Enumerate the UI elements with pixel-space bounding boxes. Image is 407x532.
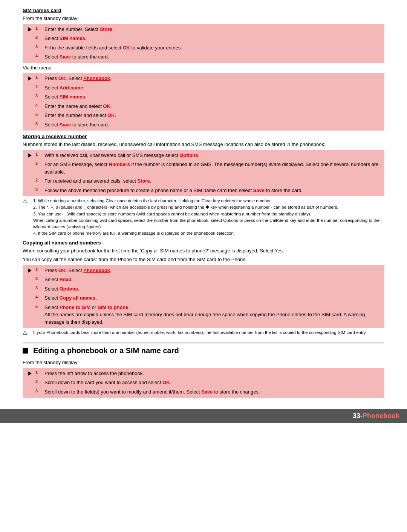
- phonebook-label-1: Phonebook: [83, 75, 110, 81]
- step-num-3a: 3: [35, 45, 42, 51]
- storing-row1: 1 With a received call, unanswered call …: [26, 151, 381, 160]
- ok-label-1: OK: [122, 45, 130, 51]
- ok-label-5: OK: [58, 268, 66, 273]
- phonebook-label-2: Phonebook: [83, 268, 110, 273]
- storing-row2: 2 For an SMS message, select Numbers if …: [26, 160, 381, 176]
- editing-from-standby: From the standby display:: [23, 359, 384, 366]
- copying-step2-text: Select Read.: [44, 276, 379, 283]
- step-num-1a: 1: [35, 26, 42, 32]
- copying-row1: 1 Press OK. Select Phonebook.: [26, 266, 381, 275]
- copying-intro1: When consulting your phonebook for the f…: [23, 247, 384, 255]
- sim-g2-row5: 5 Enter the number and select OK.: [26, 111, 381, 120]
- step-num-4d: 4: [35, 295, 42, 301]
- storing-row2b: 2 For received and unanswered calls, sel…: [26, 177, 381, 186]
- copying-row4: 4 Select Copy all names.: [26, 294, 381, 303]
- copying-step4-text: Select Copy all names.: [44, 294, 379, 302]
- copying-all-title: Copying all names and numbers: [23, 240, 384, 246]
- warning-icon-2: ⚠: [23, 330, 31, 336]
- editing-row1: 1 Press the left arrow to access the pho…: [26, 369, 381, 378]
- save-label-1: Save: [60, 54, 71, 60]
- copying-all-section: Copying all names and numbers When consu…: [23, 240, 384, 336]
- storing-received-section: Storing a received number Numbers stored…: [23, 134, 384, 237]
- storing-row3: 3 Follow the above mentioned procedure t…: [26, 186, 381, 195]
- editing-steps-group: 1 Press the left arrow to access the pho…: [23, 368, 384, 398]
- step-num-4b: 4: [35, 103, 42, 109]
- step-num-6b: 6: [35, 121, 42, 128]
- copying-step1-text: Press OK. Select Phonebook.: [44, 267, 379, 274]
- sim-names-card-title: SIM names card: [23, 8, 384, 13]
- step-num-5b: 5: [35, 112, 42, 118]
- page-number: 33-: [353, 412, 363, 420]
- sim-g1-step2-text: Select SIM names.: [44, 35, 379, 42]
- sim-g1-step4-text: Select Save to store the card.: [44, 53, 379, 61]
- editing-title: Editing a phonebook or a SIM name card: [23, 346, 384, 355]
- sim-g2-step6-text: Select Save to store the card.: [44, 121, 379, 129]
- step-num-1d: 1: [35, 267, 42, 273]
- sim-g1-row3: 3 Fill in the available fields and selec…: [26, 43, 381, 52]
- sim-g2-step1-text: Press OK. Select Phonebook.: [44, 75, 379, 82]
- arrow-4: [28, 267, 35, 274]
- options-label-1: Options: [179, 152, 198, 158]
- copying-row2: 2 Select Read.: [26, 275, 381, 284]
- step-num-2a: 2: [35, 35, 42, 41]
- sim-g1-row1: 1 Enter the number. Select Store.: [26, 25, 381, 34]
- storing-step2b-text: For received and unanswered calls, selec…: [44, 177, 379, 185]
- step-num-2c-alt: 2: [35, 178, 42, 184]
- sim-g1-step3-text: Fill in the available fields and select …: [44, 44, 379, 52]
- storing-note-row: ⚠ 1. While entering a number, selecting …: [23, 198, 384, 237]
- editing-title-text: Editing a phonebook or a SIM name card: [33, 346, 179, 355]
- editing-step3-text: Scroll down to the field(s) you want to …: [44, 388, 379, 396]
- storing-received-title: Storing a received number: [23, 134, 384, 139]
- arrow-5: [28, 370, 35, 377]
- step-num-3b: 3: [35, 94, 42, 100]
- copying-row3: 3 Select Options.: [26, 284, 381, 294]
- sim-g1-step1-text: Enter the number. Select Store.: [44, 26, 379, 33]
- store-label: Store: [100, 26, 112, 32]
- step-num-1c: 1: [35, 152, 42, 158]
- sim-g2-step5-text: Enter the number and select OK.: [44, 112, 379, 119]
- sim-to-phone-label: SIM to phone: [98, 304, 129, 310]
- copying-note-row: ⚠ If your Phonebook cards bear more than…: [23, 329, 384, 336]
- warning-icon-1: ⚠: [23, 198, 31, 204]
- sim-group1: 1 Enter the number. Select Store. 2 Sele…: [23, 24, 384, 63]
- copying-steps-group: 1 Press OK. Select Phonebook. 2 Select R…: [23, 265, 384, 328]
- arrow-3: [28, 152, 35, 159]
- step-num-2d: 2: [35, 276, 42, 282]
- via-menu-label: Via the menu:: [23, 64, 384, 72]
- ok-label-4: OK: [107, 112, 115, 118]
- editing-step2-text: Scroll down to the card you want to acce…: [44, 379, 379, 386]
- footer-section-label: Phonebook: [363, 412, 399, 420]
- save-label-4: Save: [201, 389, 213, 395]
- storing-steps-group: 1 With a received call, unanswered call …: [23, 150, 384, 197]
- copying-step3-text: Select Options.: [44, 285, 379, 293]
- read-label: Read: [60, 277, 72, 282]
- step-num-3d: 3: [35, 286, 42, 292]
- copying-intro2: You can copy all the names cards: from t…: [23, 256, 384, 263]
- step-num-3e: 3: [35, 389, 42, 395]
- numbers-label: Numbers: [109, 161, 130, 167]
- sim-names-label-1: SIM names: [60, 35, 85, 41]
- storing-step1-text: With a received call, unanswered call or…: [44, 152, 379, 159]
- add-name-label: Add name: [60, 85, 83, 91]
- ok-label-6: OK: [162, 380, 170, 385]
- sim-g2-step2-text: Select Add name.: [44, 84, 379, 92]
- options-label-2: Options: [60, 286, 78, 292]
- arrow-2: [28, 75, 35, 82]
- sim-g2-step4-text: Enter the name and select OK.: [44, 103, 379, 110]
- step-num-2c: 2: [35, 161, 42, 167]
- editing-section: Editing a phonebook or a SIM name card F…: [23, 343, 384, 398]
- sim-g1-row4: 4 Select Save to store the card.: [26, 52, 381, 62]
- save-label-3: Save: [253, 188, 265, 193]
- step-num-3c: 3: [35, 187, 42, 193]
- step-num-5d: 5: [35, 304, 42, 310]
- step-num-2b: 2: [35, 85, 42, 91]
- step-num-1b: 1: [35, 75, 42, 81]
- step-num-1e: 1: [35, 370, 42, 376]
- ok-label-3: OK: [103, 103, 110, 109]
- phone-to-sim-label: Phone to SIM: [60, 304, 90, 310]
- copying-step5-text: Select Phone to SIM or SIM to phone. All…: [44, 304, 379, 326]
- sim-g2-row4: 4 Enter the name and select OK.: [26, 102, 381, 111]
- sim-names-label-2: SIM names: [60, 94, 85, 100]
- copying-row5: 5 Select Phone to SIM or SIM to phone. A…: [26, 303, 381, 327]
- footer-bar: 33-Phonebook: [0, 409, 407, 423]
